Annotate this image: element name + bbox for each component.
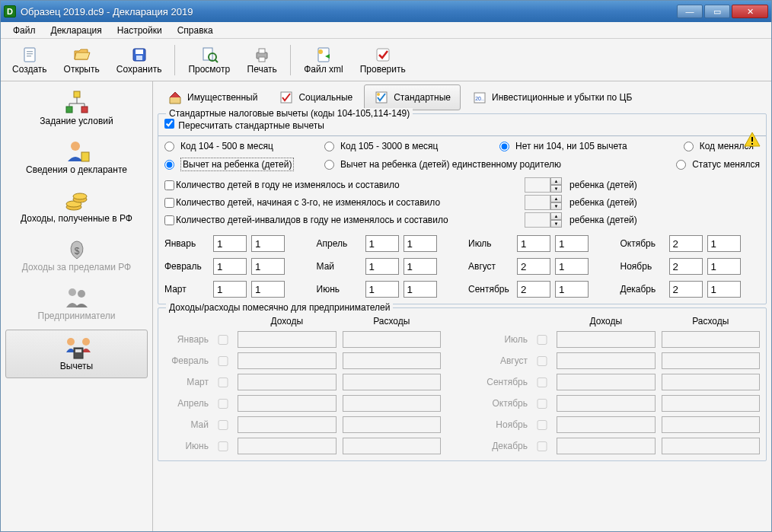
p-feb-expense[interactable]	[343, 352, 442, 369]
close-button[interactable]: ✕	[732, 5, 768, 18]
p-dec-check[interactable]	[535, 441, 549, 451]
p-mar-check[interactable]	[216, 377, 230, 387]
p-nov-expense[interactable]	[662, 416, 761, 433]
feb-v2[interactable]	[251, 258, 285, 275]
toolbar-check[interactable]: Проверить	[352, 43, 414, 77]
menu-file[interactable]: Файл	[5, 23, 43, 38]
spin-up[interactable]: ▲	[550, 212, 562, 220]
p-jul-check[interactable]	[535, 335, 549, 345]
p-oct-expense[interactable]	[662, 395, 761, 412]
p-mar-income[interactable]	[238, 374, 337, 390]
tab-standard[interactable]: Стандартные	[364, 84, 461, 110]
aug-v2[interactable]	[555, 258, 589, 275]
sep-v1[interactable]	[517, 281, 550, 298]
maximize-button[interactable]: ▭	[704, 5, 730, 18]
may-v1[interactable]	[365, 258, 399, 275]
p-jan-income[interactable]	[238, 331, 337, 348]
jan-v1[interactable]	[213, 235, 247, 252]
p-sep-income[interactable]	[557, 374, 656, 390]
mar-v2[interactable]	[251, 281, 285, 298]
toolbar-open[interactable]: Открыть	[56, 43, 108, 77]
spin-down[interactable]: ▼	[550, 220, 562, 228]
p-nov-check[interactable]	[535, 420, 549, 430]
sep-v2[interactable]	[555, 281, 589, 298]
oct-v1[interactable]	[669, 235, 703, 252]
feb-v1[interactable]	[213, 258, 247, 275]
spin-up[interactable]: ▲	[550, 177, 562, 185]
p-sep-expense[interactable]	[662, 374, 761, 390]
toolbar-print[interactable]: Печать	[238, 43, 286, 77]
p-aug-expense[interactable]	[662, 352, 761, 369]
p-jul-expense[interactable]	[662, 331, 761, 348]
mar-v1[interactable]	[213, 281, 247, 298]
recalc-checkbox-label[interactable]: Пересчитать стандартные вычеты	[164, 119, 324, 131]
p-apr-income[interactable]	[238, 395, 337, 412]
jun-v1[interactable]	[365, 281, 399, 298]
radio-code104[interactable]: Код 104 - 500 в месяц	[164, 141, 324, 151]
p-jun-expense[interactable]	[343, 438, 442, 454]
nov-v2[interactable]	[707, 258, 741, 275]
dec-v1[interactable]	[669, 281, 703, 298]
p-may-income[interactable]	[238, 416, 337, 433]
jun-v2[interactable]	[404, 281, 437, 298]
p-jun-income[interactable]	[238, 438, 337, 454]
menu-settings[interactable]: Настройки	[110, 23, 170, 38]
menu-declaration[interactable]: Декларация	[43, 23, 110, 38]
sidebar-deductions[interactable]: Вычеты	[5, 330, 148, 378]
p-feb-check[interactable]	[216, 356, 230, 366]
radio-code105[interactable]: Код 105 - 3000 в месяц	[324, 141, 499, 151]
count3-checkbox[interactable]	[164, 215, 174, 225]
toolbar-save[interactable]: Сохранить	[108, 43, 171, 77]
radio-child-single[interactable]: Вычет на ребенка (детей) единственному р…	[324, 158, 661, 171]
oct-v2[interactable]	[707, 235, 741, 252]
aug-v1[interactable]	[517, 258, 550, 275]
sidebar-income-rf[interactable]: Доходы, полученные в РФ	[1, 182, 152, 231]
p-nov-income[interactable]	[557, 416, 656, 433]
p-jun-check[interactable]	[216, 441, 230, 451]
p-may-expense[interactable]	[343, 416, 442, 433]
p-jan-expense[interactable]	[343, 331, 442, 348]
recalc-checkbox[interactable]	[164, 119, 174, 129]
sidebar-income-abroad[interactable]: $ Доходы за пределами РФ	[1, 231, 152, 279]
p-oct-income[interactable]	[557, 395, 656, 412]
p-dec-income[interactable]	[557, 438, 656, 454]
radio-status-changed[interactable]: Статус менялся	[661, 158, 760, 171]
dec-v2[interactable]	[707, 281, 741, 298]
sidebar-entrepreneurs[interactable]: Предприниматели	[1, 279, 152, 328]
sidebar-declarant[interactable]: Сведения о декларанте	[1, 133, 152, 182]
toolbar-xml[interactable]: Файл xml	[295, 43, 352, 77]
p-feb-income[interactable]	[238, 352, 337, 369]
jul-v2[interactable]	[555, 235, 589, 252]
jul-v1[interactable]	[517, 235, 550, 252]
count1-checkbox[interactable]	[164, 180, 174, 190]
p-may-check[interactable]	[216, 420, 230, 430]
p-apr-expense[interactable]	[343, 395, 442, 412]
tab-invest[interactable]: 20.. Инвестиционные и убытки по ЦБ	[462, 84, 642, 110]
spin-down[interactable]: ▼	[550, 185, 562, 193]
p-aug-income[interactable]	[557, 352, 656, 369]
count2-value[interactable]	[525, 195, 550, 210]
tab-property[interactable]: Имущественный	[158, 84, 267, 110]
radio-child[interactable]: Вычет на ребенка (детей)	[164, 158, 324, 171]
p-sep-check[interactable]	[535, 377, 549, 387]
apr-v1[interactable]	[365, 235, 399, 252]
sidebar-conditions[interactable]: Задание условий	[1, 84, 152, 133]
count2-checkbox[interactable]	[164, 198, 174, 208]
may-v2[interactable]	[404, 258, 437, 275]
menu-help[interactable]: Справка	[170, 23, 221, 38]
tab-social[interactable]: Социальные	[269, 84, 362, 110]
radio-none[interactable]: Нет ни 104, ни 105 вычета	[499, 141, 675, 151]
toolbar-preview[interactable]: Просмотр	[180, 43, 238, 77]
p-apr-check[interactable]	[216, 399, 230, 409]
apr-v2[interactable]	[404, 235, 437, 252]
p-aug-check[interactable]	[535, 356, 549, 366]
spin-up[interactable]: ▲	[550, 195, 562, 202]
p-oct-check[interactable]	[535, 399, 549, 409]
p-dec-expense[interactable]	[662, 438, 761, 454]
spin-down[interactable]: ▼	[550, 202, 562, 210]
p-jan-check[interactable]	[216, 335, 230, 345]
jan-v2[interactable]	[251, 235, 285, 252]
p-mar-expense[interactable]	[343, 374, 442, 390]
count1-value[interactable]	[525, 177, 550, 193]
minimize-button[interactable]: —	[677, 5, 703, 18]
